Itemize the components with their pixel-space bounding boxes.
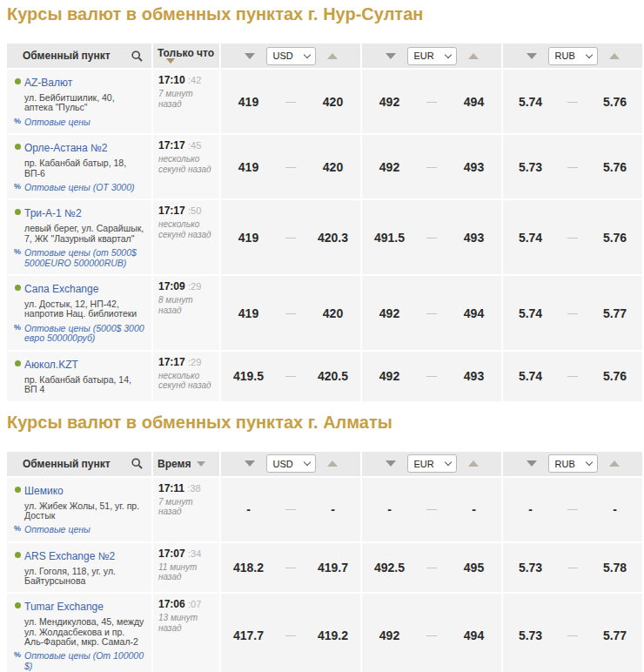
open-status-dot-icon <box>15 285 21 291</box>
currency-select[interactable]: EUR <box>407 47 457 65</box>
rub-rate-cell: 5.74 — 5.76 <box>503 352 642 401</box>
wholesale-note[interactable]: %Оптовые цены (5000$ 3000 евро 500000руб… <box>24 324 144 344</box>
rub-buy-rate: 5.73 <box>503 628 558 642</box>
sort-desc-icon[interactable] <box>527 53 537 59</box>
office-address: пр. Кабанбай батыра, 14, ВП 4 <box>24 375 144 395</box>
currency-select[interactable]: EUR <box>407 454 457 473</box>
table-header-row: Обменный пункт Только что USD <box>7 44 642 68</box>
office-link[interactable]: AZ-Валют <box>24 77 72 89</box>
rub-sell-rate: 5.78 <box>587 561 642 575</box>
usd-sell-rate: 420 <box>305 160 360 174</box>
rate-separator: — <box>276 96 305 108</box>
office-cell: Сапа Exchange ул. Достык, 12, НП-42, нап… <box>7 276 151 350</box>
rub-rate-cell: 5.73 — 5.78 <box>503 543 642 593</box>
chevron-down-icon <box>585 50 592 57</box>
currency-column-header: RUB <box>503 452 642 476</box>
sort-desc-icon[interactable] <box>527 460 537 467</box>
rate-separator: — <box>417 503 446 515</box>
time-column-header: Время <box>153 452 219 476</box>
currency-select-value: RUB <box>555 50 575 61</box>
wholesale-note[interactable]: %Оптовые цены <box>24 118 144 128</box>
usd-buy-rate: 418.2 <box>221 561 276 575</box>
search-icon[interactable] <box>131 458 143 469</box>
office-header-label: Обменный пункт <box>23 50 111 62</box>
rate-separator: — <box>558 370 587 382</box>
search-icon[interactable] <box>131 50 143 62</box>
office-link[interactable]: Три-А-1 №2 <box>24 207 82 219</box>
rub-rate-cell: 5.74 — 5.76 <box>503 200 642 274</box>
rub-rate-cell: 5.73 — 5.76 <box>503 135 642 198</box>
sort-asc-icon[interactable] <box>609 460 620 467</box>
percent-icon: % <box>14 183 21 192</box>
rub-sell-rate: 5.76 <box>587 160 642 174</box>
currency-column-header: EUR <box>362 44 501 68</box>
currency-select[interactable]: RUB <box>548 47 598 65</box>
office-link[interactable]: Аюкол.KZT <box>24 359 78 371</box>
currency-select[interactable]: USD <box>266 454 316 473</box>
eur-rate-cell: 492 — 493 <box>362 135 501 198</box>
office-link[interactable]: ARS Exchange №2 <box>24 550 115 562</box>
rub-sell-rate: - <box>587 502 642 516</box>
time-ago-label: 13 минут назад <box>158 613 216 633</box>
time-header-label: Время <box>158 458 191 470</box>
currency-select[interactable]: USD <box>266 47 316 65</box>
open-status-dot-icon <box>15 78 21 84</box>
sort-desc-icon[interactable] <box>197 461 205 467</box>
currency-column-header: EUR <box>362 452 501 476</box>
city-rates-section: Курсы валют в обменных пунктах г. Алматы… <box>0 413 644 672</box>
time-ago-label: несколько секунд назад <box>158 219 216 239</box>
time-cell: 17:17 :29 несколько секунд назад <box>153 352 219 401</box>
time-ago-label: 11 минут назад <box>158 562 216 582</box>
office-cell: Три-А-1 №2 левый берег, ул. Сарайшык, 7,… <box>7 200 151 274</box>
update-time: 17:17 :29 <box>158 356 216 368</box>
section-title: Курсы валют в обменных пунктах г. Нур-Су… <box>0 4 644 24</box>
currency-select-value: RUB <box>555 459 575 469</box>
time-header-label: Только что <box>158 47 214 59</box>
sort-desc-icon[interactable] <box>386 460 396 467</box>
rates-table: Обменный пункт Только что USD <box>7 44 642 401</box>
office-link[interactable]: Tumar Exchange <box>24 601 104 613</box>
sort-asc-icon[interactable] <box>609 53 620 59</box>
sort-desc-icon[interactable] <box>386 53 396 59</box>
office-link[interactable]: Орле-Астана №2 <box>24 142 108 154</box>
rate-separator: — <box>558 503 587 515</box>
sort-desc-icon[interactable] <box>245 460 255 467</box>
currency-select[interactable]: RUB <box>548 454 598 473</box>
wholesale-note-text: Оптовые цены (от 5000$ 5000EURO 500000RU… <box>24 247 137 268</box>
office-link[interactable]: Шемико <box>24 485 64 497</box>
eur-buy-rate: 492 <box>362 628 417 642</box>
sort-asc-icon[interactable] <box>327 460 338 467</box>
wholesale-note[interactable]: %Оптовые цены (ОТ 3000) <box>24 183 144 193</box>
wholesale-note[interactable]: %Оптовые цены (от 5000$ 5000EURO 500000R… <box>24 248 144 268</box>
eur-sell-rate: - <box>446 502 501 516</box>
sort-asc-icon[interactable] <box>468 53 479 59</box>
office-cell: Tumar Exchange ул. Мендикулова, 45, межд… <box>7 594 151 672</box>
usd-buy-rate: 419 <box>221 306 276 320</box>
office-cell: AZ-Валют ул. Бейбитшилик, 40, аптека "Пу… <box>7 70 151 133</box>
rates-table: Обменный пункт Время USD <box>7 452 642 672</box>
update-time-seconds: :29 <box>188 281 201 292</box>
update-time-seconds: :34 <box>188 548 201 559</box>
eur-rate-cell: 492 — 494 <box>362 276 501 350</box>
time-column-header: Только что <box>153 44 219 68</box>
sort-asc-icon[interactable] <box>468 460 479 467</box>
sort-desc-icon[interactable] <box>245 53 255 59</box>
table-row: Орле-Астана №2 пр. Кабанбай батыр, 18, В… <box>7 135 642 198</box>
rub-rate-cell: 5.74 — 5.77 <box>503 276 642 350</box>
table-header-row: Обменный пункт Время USD <box>7 452 642 476</box>
percent-icon: % <box>14 248 21 257</box>
wholesale-note[interactable]: %Оптовые цены <box>24 525 144 535</box>
rate-separator: — <box>417 561 446 574</box>
sort-desc-icon[interactable] <box>166 58 175 64</box>
rate-separator: — <box>417 161 446 173</box>
office-link[interactable]: Сапа Exchange <box>24 283 98 295</box>
sort-asc-icon[interactable] <box>327 53 338 59</box>
chevron-down-icon <box>444 50 451 57</box>
wholesale-note[interactable]: %Оптовые цены (От 100000 $) <box>24 651 144 671</box>
wholesale-note-text: Оптовые цены <box>24 117 91 127</box>
open-status-dot-icon <box>15 552 21 558</box>
eur-rate-cell: 492 — 494 <box>362 594 501 672</box>
time-cell: 17:11 :38 7 минут назад <box>153 478 219 541</box>
usd-rate-cell: 419 — 420.3 <box>221 200 360 274</box>
eur-rate-cell: - — - <box>362 478 501 541</box>
